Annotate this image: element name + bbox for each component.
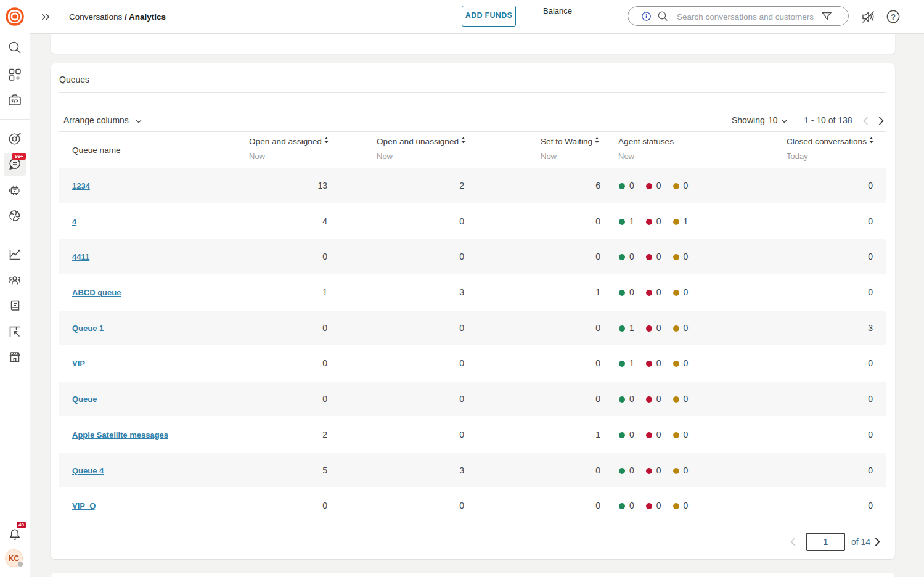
svg-text:?: ? bbox=[891, 12, 896, 22]
